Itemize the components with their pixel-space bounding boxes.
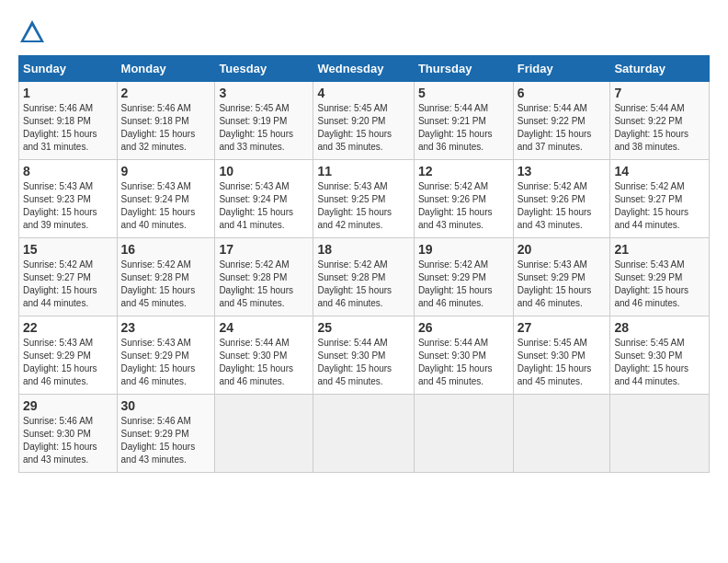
calendar-cell: 26Sunrise: 5:44 AM Sunset: 9:30 PM Dayli… <box>414 316 513 395</box>
day-info: Sunrise: 5:44 AM Sunset: 9:21 PM Dayligh… <box>418 102 509 154</box>
calendar-cell: 13Sunrise: 5:42 AM Sunset: 9:26 PM Dayli… <box>513 160 610 238</box>
day-info: Sunrise: 5:46 AM Sunset: 9:29 PM Dayligh… <box>121 415 211 466</box>
day-number: 20 <box>518 242 607 257</box>
day-info: Sunrise: 5:43 AM Sunset: 9:29 PM Dayligh… <box>121 337 211 388</box>
calendar-cell: 3Sunrise: 5:45 AM Sunset: 9:19 PM Daylig… <box>215 82 313 160</box>
column-header-thursday: Thursday <box>414 56 513 82</box>
day-info: Sunrise: 5:42 AM Sunset: 9:29 PM Dayligh… <box>418 259 509 310</box>
day-info: Sunrise: 5:42 AM Sunset: 9:28 PM Dayligh… <box>219 259 309 310</box>
calendar-cell <box>513 395 610 473</box>
day-number: 10 <box>219 164 309 178</box>
calendar-week-2: 8Sunrise: 5:43 AM Sunset: 9:23 PM Daylig… <box>19 160 710 238</box>
calendar-cell: 16Sunrise: 5:42 AM Sunset: 9:28 PM Dayli… <box>117 238 215 316</box>
day-number: 6 <box>518 86 607 100</box>
day-number: 24 <box>219 320 309 335</box>
day-info: Sunrise: 5:44 AM Sunset: 9:30 PM Dayligh… <box>317 337 409 388</box>
day-info: Sunrise: 5:43 AM Sunset: 9:29 PM Dayligh… <box>23 337 113 388</box>
calendar-cell: 28Sunrise: 5:45 AM Sunset: 9:30 PM Dayli… <box>610 316 710 395</box>
day-number: 11 <box>317 164 409 178</box>
calendar-cell: 15Sunrise: 5:42 AM Sunset: 9:27 PM Dayli… <box>19 238 118 316</box>
day-info: Sunrise: 5:46 AM Sunset: 9:18 PM Dayligh… <box>23 102 113 154</box>
day-number: 27 <box>518 320 607 335</box>
calendar-cell: 4Sunrise: 5:45 AM Sunset: 9:20 PM Daylig… <box>313 82 414 160</box>
calendar-week-3: 15Sunrise: 5:42 AM Sunset: 9:27 PM Dayli… <box>19 238 710 316</box>
calendar-cell: 2Sunrise: 5:46 AM Sunset: 9:18 PM Daylig… <box>117 82 215 160</box>
day-number: 22 <box>23 320 113 335</box>
day-number: 3 <box>219 86 309 100</box>
column-header-saturday: Saturday <box>610 56 710 82</box>
day-number: 18 <box>317 242 409 257</box>
calendar-cell: 1Sunrise: 5:46 AM Sunset: 9:18 PM Daylig… <box>19 82 118 160</box>
calendar-cell <box>610 395 710 473</box>
day-info: Sunrise: 5:43 AM Sunset: 9:24 PM Dayligh… <box>121 180 211 232</box>
day-info: Sunrise: 5:44 AM Sunset: 9:22 PM Dayligh… <box>614 102 705 154</box>
day-number: 8 <box>23 164 113 178</box>
calendar-cell <box>414 395 513 473</box>
day-info: Sunrise: 5:45 AM Sunset: 9:19 PM Dayligh… <box>219 102 309 154</box>
day-info: Sunrise: 5:45 AM Sunset: 9:30 PM Dayligh… <box>614 337 705 388</box>
column-header-friday: Friday <box>513 56 610 82</box>
day-number: 26 <box>418 320 509 335</box>
day-number: 9 <box>121 164 211 178</box>
day-number: 14 <box>614 164 705 178</box>
day-info: Sunrise: 5:43 AM Sunset: 9:24 PM Dayligh… <box>219 180 309 232</box>
day-info: Sunrise: 5:42 AM Sunset: 9:28 PM Dayligh… <box>317 259 409 310</box>
calendar-cell: 22Sunrise: 5:43 AM Sunset: 9:29 PM Dayli… <box>19 316 118 395</box>
calendar-cell: 24Sunrise: 5:44 AM Sunset: 9:30 PM Dayli… <box>215 316 313 395</box>
calendar-week-5: 29Sunrise: 5:46 AM Sunset: 9:30 PM Dayli… <box>19 395 710 473</box>
day-number: 30 <box>121 398 211 413</box>
calendar-cell: 30Sunrise: 5:46 AM Sunset: 9:29 PM Dayli… <box>117 395 215 473</box>
column-header-tuesday: Tuesday <box>215 56 313 82</box>
logo-icon <box>18 18 46 46</box>
day-number: 4 <box>317 86 409 100</box>
calendar-cell: 25Sunrise: 5:44 AM Sunset: 9:30 PM Dayli… <box>313 316 414 395</box>
day-number: 19 <box>418 242 509 257</box>
day-number: 1 <box>23 86 113 100</box>
day-info: Sunrise: 5:44 AM Sunset: 9:30 PM Dayligh… <box>418 337 509 388</box>
calendar-cell: 6Sunrise: 5:44 AM Sunset: 9:22 PM Daylig… <box>513 82 610 160</box>
day-info: Sunrise: 5:43 AM Sunset: 9:29 PM Dayligh… <box>614 259 705 310</box>
day-number: 29 <box>23 398 113 413</box>
calendar-cell: 7Sunrise: 5:44 AM Sunset: 9:22 PM Daylig… <box>610 82 710 160</box>
day-info: Sunrise: 5:42 AM Sunset: 9:28 PM Dayligh… <box>121 259 211 310</box>
day-info: Sunrise: 5:45 AM Sunset: 9:30 PM Dayligh… <box>518 337 607 388</box>
day-number: 23 <box>121 320 211 335</box>
day-info: Sunrise: 5:43 AM Sunset: 9:23 PM Dayligh… <box>23 180 113 232</box>
day-info: Sunrise: 5:46 AM Sunset: 9:18 PM Dayligh… <box>121 102 211 154</box>
day-number: 5 <box>418 86 509 100</box>
day-number: 25 <box>317 320 409 335</box>
calendar-cell: 18Sunrise: 5:42 AM Sunset: 9:28 PM Dayli… <box>313 238 414 316</box>
day-info: Sunrise: 5:42 AM Sunset: 9:26 PM Dayligh… <box>418 180 509 232</box>
day-info: Sunrise: 5:44 AM Sunset: 9:30 PM Dayligh… <box>219 337 309 388</box>
day-info: Sunrise: 5:42 AM Sunset: 9:27 PM Dayligh… <box>614 180 705 232</box>
day-info: Sunrise: 5:44 AM Sunset: 9:22 PM Dayligh… <box>518 102 607 154</box>
page-header <box>18 18 710 46</box>
calendar-cell <box>215 395 313 473</box>
day-number: 15 <box>23 242 113 257</box>
calendar-cell: 8Sunrise: 5:43 AM Sunset: 9:23 PM Daylig… <box>19 160 118 238</box>
day-number: 7 <box>614 86 705 100</box>
column-header-sunday: Sunday <box>19 56 118 82</box>
calendar-cell: 10Sunrise: 5:43 AM Sunset: 9:24 PM Dayli… <box>215 160 313 238</box>
logo <box>18 18 50 46</box>
day-info: Sunrise: 5:42 AM Sunset: 9:27 PM Dayligh… <box>23 259 113 310</box>
day-number: 28 <box>614 320 705 335</box>
day-info: Sunrise: 5:43 AM Sunset: 9:29 PM Dayligh… <box>518 259 607 310</box>
calendar-cell: 29Sunrise: 5:46 AM Sunset: 9:30 PM Dayli… <box>19 395 118 473</box>
calendar-cell: 27Sunrise: 5:45 AM Sunset: 9:30 PM Dayli… <box>513 316 610 395</box>
calendar-cell: 5Sunrise: 5:44 AM Sunset: 9:21 PM Daylig… <box>414 82 513 160</box>
calendar-cell: 17Sunrise: 5:42 AM Sunset: 9:28 PM Dayli… <box>215 238 313 316</box>
calendar-cell: 11Sunrise: 5:43 AM Sunset: 9:25 PM Dayli… <box>313 160 414 238</box>
day-number: 12 <box>418 164 509 178</box>
day-number: 17 <box>219 242 309 257</box>
day-info: Sunrise: 5:43 AM Sunset: 9:25 PM Dayligh… <box>317 180 409 232</box>
calendar-cell: 19Sunrise: 5:42 AM Sunset: 9:29 PM Dayli… <box>414 238 513 316</box>
calendar-cell <box>313 395 414 473</box>
calendar-cell: 9Sunrise: 5:43 AM Sunset: 9:24 PM Daylig… <box>117 160 215 238</box>
calendar-week-1: 1Sunrise: 5:46 AM Sunset: 9:18 PM Daylig… <box>19 82 710 160</box>
calendar-cell: 14Sunrise: 5:42 AM Sunset: 9:27 PM Dayli… <box>610 160 710 238</box>
day-number: 2 <box>121 86 211 100</box>
calendar-table: SundayMondayTuesdayWednesdayThursdayFrid… <box>18 55 710 473</box>
calendar-cell: 20Sunrise: 5:43 AM Sunset: 9:29 PM Dayli… <box>513 238 610 316</box>
day-info: Sunrise: 5:46 AM Sunset: 9:30 PM Dayligh… <box>23 415 113 466</box>
